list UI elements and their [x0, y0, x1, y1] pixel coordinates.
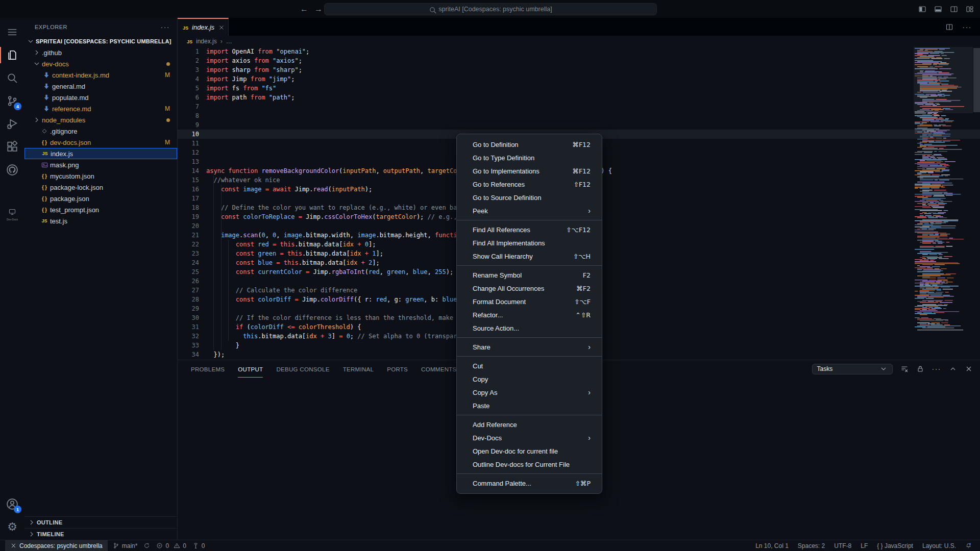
- file-tree-item[interactable]: { }package-lock.json: [24, 182, 177, 193]
- status-item[interactable]: Ln 10, Col 1: [752, 540, 792, 551]
- menu-item[interactable]: Copy: [457, 372, 602, 386]
- menu-item[interactable]: Rename SymbolF2: [457, 268, 602, 282]
- panel-tab-output[interactable]: OUTPUT: [238, 360, 263, 378]
- split-editor-icon[interactable]: [945, 23, 953, 31]
- activity-item-accounts[interactable]: 1: [0, 494, 24, 514]
- breadcrumb-item[interactable]: …: [226, 38, 232, 45]
- activity-item-search[interactable]: [0, 68, 24, 88]
- menu-item[interactable]: Cut: [457, 359, 602, 372]
- file-tree-item[interactable]: general.md: [24, 81, 177, 92]
- code-line[interactable]: 4import Jimp from "jimp";: [178, 74, 980, 84]
- panel-left-icon[interactable]: [918, 5, 926, 13]
- menu-item[interactable]: Share›: [457, 340, 602, 354]
- sidebar-actions-icon[interactable]: ···: [161, 23, 170, 31]
- menu-item[interactable]: Peek›: [457, 204, 602, 217]
- panel-right-icon[interactable]: [950, 5, 958, 13]
- code-line[interactable]: 2import axios from "axios";: [178, 56, 980, 65]
- menu-item[interactable]: Find All References⇧⌥F12: [457, 223, 602, 236]
- lock-icon[interactable]: [916, 365, 924, 373]
- menu-item[interactable]: Go to References⇧F12: [457, 178, 602, 191]
- status-item[interactable]: UTF-8: [831, 540, 854, 551]
- status-item[interactable]: [140, 540, 153, 551]
- menu-item[interactable]: Open Dev-doc for current file: [457, 444, 602, 458]
- activity-item-settings[interactable]: ⚙: [0, 517, 24, 537]
- activity-item-menu[interactable]: [0, 22, 24, 42]
- menu-item[interactable]: Copy As›: [457, 386, 602, 399]
- panel-bottom-icon[interactable]: [934, 5, 942, 13]
- activity-item-explorer[interactable]: [0, 45, 24, 65]
- menu-item[interactable]: Change All Occurrences⌘F2: [457, 282, 602, 295]
- tab-close-icon[interactable]: [218, 24, 225, 31]
- clear-output-icon[interactable]: [900, 365, 909, 373]
- panel-tab-comments[interactable]: COMMENTS: [421, 360, 456, 378]
- chevron-up-icon[interactable]: [949, 365, 957, 373]
- vertical-scrollbar[interactable]: [973, 48, 980, 112]
- sidebar-section-timeline[interactable]: TIMELINE: [24, 528, 177, 540]
- file-tree-item[interactable]: dev-docs: [24, 58, 177, 69]
- file-tree-item[interactable]: { }test_prompt.json: [24, 204, 177, 215]
- file-tree-item[interactable]: JSindex.js: [24, 148, 177, 159]
- activity-item-extensions[interactable]: [0, 137, 24, 157]
- status-item[interactable]: [962, 540, 975, 551]
- menu-item[interactable]: Go to Implementations⌘F12: [457, 164, 602, 178]
- activity-item-github[interactable]: [0, 160, 24, 180]
- sidebar-section-outline[interactable]: OUTLINE: [24, 516, 177, 528]
- status-item[interactable]: LF: [857, 540, 871, 551]
- activity-item-source-control[interactable]: 4: [0, 91, 24, 111]
- menu-item[interactable]: Dev-Docs›: [457, 431, 602, 444]
- status-item[interactable]: Layout: U.S.: [919, 540, 959, 551]
- code-line[interactable]: 7: [178, 102, 980, 111]
- file-tree-item[interactable]: context-index.js.mdM: [24, 69, 177, 81]
- file-tree-item[interactable]: { }package.json: [24, 193, 177, 204]
- menu-item[interactable]: Go to Source Definition: [457, 191, 602, 204]
- menu-item[interactable]: Command Palette...⇧⌘P: [457, 477, 602, 490]
- code-line[interactable]: 6import path from "path";: [178, 93, 980, 102]
- panel-tab-debug-console[interactable]: DEBUG CONSOLE: [276, 360, 329, 378]
- minimap-slider[interactable]: [914, 47, 973, 113]
- file-tree-item[interactable]: { }dev-docs.jsonM: [24, 137, 177, 148]
- forward-button[interactable]: →: [314, 5, 323, 14]
- menu-item[interactable]: Go to Definition⌘F12: [457, 138, 602, 151]
- status-item[interactable]: Spaces: 2: [795, 540, 828, 551]
- menu-item[interactable]: Find All Implementations: [457, 236, 602, 249]
- code-line[interactable]: 8: [178, 111, 980, 120]
- status-item[interactable]: Codespaces: psychic umbrella: [5, 540, 108, 551]
- breadcrumb-item[interactable]: index.js: [196, 38, 217, 45]
- panel-tab-terminal[interactable]: TERMINAL: [343, 360, 374, 378]
- tab-index-js[interactable]: JS index.js: [178, 18, 229, 36]
- menu-item[interactable]: Add Reference: [457, 418, 602, 431]
- activity-item-run-debug[interactable]: [0, 114, 24, 134]
- file-tree-item[interactable]: JStest.js: [24, 215, 177, 227]
- menu-item[interactable]: Outline Dev-docs for Current File: [457, 458, 602, 471]
- menu-item[interactable]: Show Call Hierarchy⇧⌥H: [457, 249, 602, 263]
- close-icon[interactable]: [965, 365, 973, 373]
- code-line[interactable]: 5import fs from "fs": [178, 84, 980, 93]
- file-tree-item[interactable]: reference.mdM: [24, 103, 177, 114]
- code-line[interactable]: 1import OpenAI from "openai";: [178, 47, 980, 56]
- menu-item[interactable]: Go to Type Definition: [457, 151, 602, 164]
- menu-item[interactable]: Format Document⇧⌥F: [457, 295, 602, 308]
- file-tree-item[interactable]: .gitignore: [24, 126, 177, 137]
- menu-item[interactable]: Source Action...: [457, 321, 602, 335]
- layout-icon[interactable]: [966, 5, 974, 13]
- file-tree-item[interactable]: mask.png: [24, 159, 177, 170]
- file-tree-item[interactable]: node_modules: [24, 114, 177, 126]
- status-item[interactable]: 0: [189, 540, 208, 551]
- code-line[interactable]: 3import sharp from "sharp";: [178, 65, 980, 74]
- panel-tab-problems[interactable]: PROBLEMS: [191, 360, 225, 378]
- file-tree-item[interactable]: { }mycustom.json: [24, 170, 177, 182]
- code-line[interactable]: 9: [178, 120, 980, 130]
- menu-item[interactable]: Paste: [457, 399, 602, 412]
- file-tree-item[interactable]: populate.md: [24, 92, 177, 103]
- file-tree-item[interactable]: .github: [24, 47, 177, 58]
- panel-tab-ports[interactable]: PORTS: [387, 360, 408, 378]
- command-center-search[interactable]: spriteAI [Codespaces: psychic umbrella]: [324, 3, 657, 15]
- activity-item-dev-docs[interactable]: Dev-Docs: [0, 204, 24, 219]
- editor-more-actions-icon[interactable]: ···: [963, 22, 972, 32]
- file-tree-item[interactable]: SPRITEAI [CODESPACES: PSYCHIC UMBRELLA]: [24, 36, 177, 47]
- status-item[interactable]: main*: [110, 540, 141, 551]
- output-channel-select[interactable]: Tasks: [812, 364, 893, 374]
- status-item[interactable]: 00: [153, 540, 189, 551]
- back-button[interactable]: ←: [300, 5, 308, 14]
- breadcrumb[interactable]: JSindex.js›…: [178, 36, 980, 47]
